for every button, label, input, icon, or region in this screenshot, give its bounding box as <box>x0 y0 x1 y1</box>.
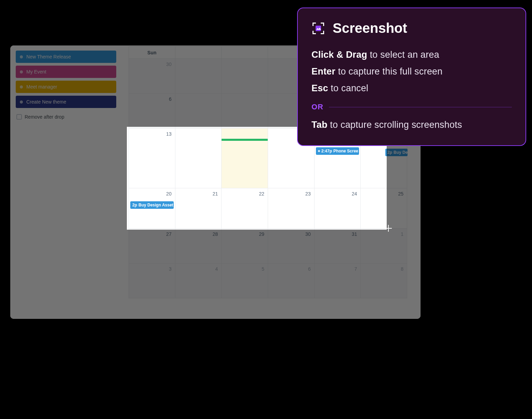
hint-line: Click & Drag to select an area <box>311 48 512 62</box>
hint-header: Screenshot <box>311 21 512 36</box>
hint-divider: OR <box>311 103 512 111</box>
hint-line: Enter to capture this full screen <box>311 65 512 78</box>
screenshot-hint-card: Screenshot Click & Drag to select an are… <box>297 8 526 146</box>
hint-title: Screenshot <box>333 21 407 36</box>
divider-line <box>329 107 512 107</box>
hint-body: Click & Drag to select an area Enter to … <box>311 48 512 95</box>
hint-or-label: OR <box>311 103 323 111</box>
hint-body-2: Tab to capture scrolling screenshots <box>311 118 512 132</box>
hint-line: Tab to capture scrolling screenshots <box>311 118 512 132</box>
screenshot-icon <box>311 22 325 35</box>
hint-line: Esc to cancel <box>311 82 512 95</box>
svg-rect-0 <box>316 26 321 31</box>
